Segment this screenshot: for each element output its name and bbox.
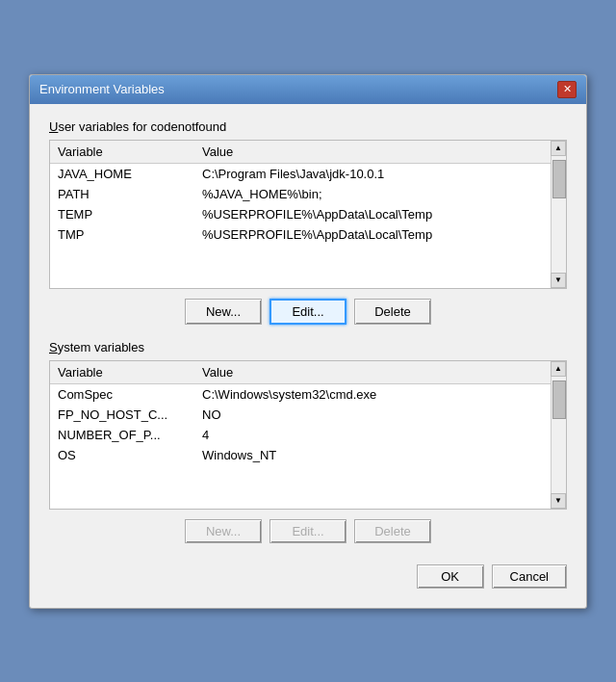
user-variables-scroll[interactable]: Variable Value JAVA_HOMEC:\Program Files… (50, 141, 566, 288)
title-bar: Environment Variables ✕ (30, 75, 586, 104)
system-variables-section: System variables Variable Value ComSpecC… (49, 340, 567, 543)
user-row-variable: JAVA_HOME (50, 163, 194, 184)
system-table-body: ComSpecC:\Windows\system32\cmd.exeFP_NO_… (50, 383, 551, 465)
user-row-variable: TEMP (50, 204, 194, 224)
dialog-body: User variables for codenotfound Variable… (30, 104, 586, 608)
user-section-label: User variables for codenotfound (49, 119, 567, 134)
system-scrollbar[interactable]: ▲ ▼ (551, 361, 566, 509)
system-col-variable: Variable (50, 361, 194, 384)
user-scroll-thumb[interactable] (552, 160, 566, 198)
user-row-value: C:\Program Files\Java\jdk-10.0.1 (194, 163, 551, 184)
user-table-row[interactable]: TMP%USERPROFILE%\AppData\Local\Temp (50, 224, 551, 245)
system-col-value: Value (194, 361, 551, 384)
system-scroll-thumb[interactable] (552, 380, 566, 419)
sys-row-variable: NUMBER_OF_P... (50, 425, 194, 445)
system-table-row[interactable]: NUMBER_OF_P...4 (50, 425, 551, 445)
user-col-variable: Variable (50, 141, 194, 164)
system-table-row[interactable]: FP_NO_HOST_C...NO (50, 405, 551, 425)
sys-row-value: Windows_NT (194, 445, 551, 465)
close-button[interactable]: ✕ (557, 81, 577, 98)
user-col-value: Value (194, 141, 551, 164)
system-edit-button[interactable]: Edit... (270, 519, 346, 543)
user-scroll-down[interactable]: ▼ (551, 273, 566, 288)
user-variables-table: Variable Value JAVA_HOMEC:\Program Files… (50, 141, 551, 245)
footer-button-row: OK Cancel (49, 559, 567, 592)
system-delete-button[interactable]: Delete (354, 519, 431, 543)
system-variables-table: Variable Value ComSpecC:\Windows\system3… (50, 361, 551, 465)
user-variables-table-container: Variable Value JAVA_HOMEC:\Program Files… (49, 140, 567, 289)
sys-row-value: 4 (194, 425, 551, 445)
user-table-row[interactable]: PATH%JAVA_HOME%\bin; (50, 184, 551, 204)
environment-variables-dialog: Environment Variables ✕ User variables f… (29, 74, 587, 609)
system-scroll-down[interactable]: ▼ (551, 493, 566, 509)
user-table-body: JAVA_HOMEC:\Program Files\Java\jdk-10.0.… (50, 163, 551, 245)
user-row-variable: PATH (50, 184, 194, 204)
user-scrollbar[interactable]: ▲ ▼ (551, 141, 566, 288)
ok-button[interactable]: OK (417, 564, 484, 589)
user-table-row[interactable]: JAVA_HOMEC:\Program Files\Java\jdk-10.0.… (50, 163, 551, 184)
system-scroll-up[interactable]: ▲ (551, 361, 566, 377)
dialog-title: Environment Variables (39, 82, 165, 96)
user-edit-button[interactable]: Edit... (270, 299, 346, 325)
system-button-row: New... Edit... Delete (49, 519, 567, 543)
system-table-row[interactable]: ComSpecC:\Windows\system32\cmd.exe (50, 383, 551, 405)
sys-row-value: C:\Windows\system32\cmd.exe (194, 383, 551, 405)
user-table-row[interactable]: TEMP%USERPROFILE%\AppData\Local\Temp (50, 204, 551, 224)
system-table-row[interactable]: OSWindows_NT (50, 445, 551, 465)
user-scroll-up[interactable]: ▲ (551, 141, 566, 156)
user-row-value: %USERPROFILE%\AppData\Local\Temp (194, 204, 551, 224)
sys-row-variable: FP_NO_HOST_C... (50, 405, 194, 425)
user-delete-button[interactable]: Delete (354, 299, 431, 325)
system-variables-scroll[interactable]: Variable Value ComSpecC:\Windows\system3… (50, 361, 566, 509)
user-row-value: %JAVA_HOME%\bin; (194, 184, 551, 204)
sys-row-variable: OS (50, 445, 194, 465)
user-new-button[interactable]: New... (185, 299, 262, 325)
user-button-row: New... Edit... Delete (49, 299, 567, 325)
user-row-value: %USERPROFILE%\AppData\Local\Temp (194, 224, 551, 245)
system-variables-table-container: Variable Value ComSpecC:\Windows\system3… (49, 360, 567, 510)
user-variables-section: User variables for codenotfound Variable… (49, 119, 567, 325)
sys-row-value: NO (194, 405, 551, 425)
system-section-label: System variables (49, 340, 567, 354)
cancel-button[interactable]: Cancel (492, 564, 567, 589)
user-row-variable: TMP (50, 224, 194, 245)
system-new-button[interactable]: New... (185, 519, 262, 543)
sys-row-variable: ComSpec (50, 383, 194, 405)
